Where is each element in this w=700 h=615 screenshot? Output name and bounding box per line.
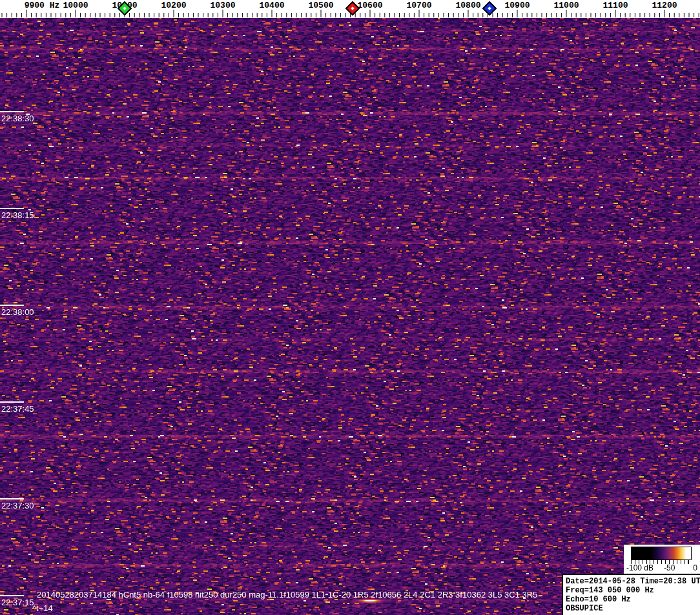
time-label: 22:37:45	[1, 404, 34, 414]
ruler-frequency-label: 10400	[259, 1, 284, 10]
time-cursor-label: ^t+14	[32, 603, 53, 613]
marker-center-dot	[488, 6, 491, 10]
ruler-frequency-label: 10200	[161, 1, 186, 10]
time-label: 22:38:00	[1, 307, 34, 317]
detection-log-text: 20140528203714184 hCnt5 nb-64 f10598 hit…	[37, 590, 537, 600]
ruler-frequency-label: 10600	[357, 1, 382, 10]
color-gradient-bar	[631, 547, 692, 560]
waterfall-display: 22:38:3022:38:1522:38:0022:37:4522:37:30…	[0, 18, 700, 615]
time-tick-line	[0, 111, 24, 112]
info-station: OBSUPICE	[566, 604, 700, 613]
time-tick-line	[0, 498, 24, 499]
ruler-frequency-label: 10000	[63, 1, 88, 10]
ruler-frequency-label: 11200	[652, 1, 677, 10]
legend-label-min: -100 dB	[626, 563, 654, 572]
time-label: 22:38:30	[1, 114, 34, 123]
legend-labels: -100 dB -50 0	[624, 563, 700, 574]
ruler-frequency-label: 11100	[602, 1, 628, 10]
time-label: 22:37:15	[1, 598, 34, 607]
ruler-frequency-label: 10300	[210, 1, 235, 10]
marker-center-dot	[351, 6, 355, 10]
info-date-time: Date=2014-05-28 Time=20:38 UTC	[566, 577, 700, 586]
marker-center-dot	[123, 6, 127, 10]
legend-label-mid: -50	[664, 563, 675, 572]
ruler-frequency-label: 10700	[406, 1, 431, 10]
color-scale-legend: -100 dB -50 0	[624, 545, 700, 574]
info-echo: Echo=10 600 Hz	[566, 595, 700, 604]
time-tick-line	[0, 401, 24, 403]
info-frequency: Freq=143 050 000 Hz	[566, 586, 700, 595]
ruler-frequency-label: 10900	[504, 1, 530, 10]
ruler-frequency-label: 10800	[455, 1, 480, 10]
observation-info-box: Date=2014-05-28 Time=20:38 UTC Freq=143 …	[562, 574, 700, 615]
time-label: 22:38:15	[1, 210, 34, 220]
spectrogram-app-window: 9900 Hz100001010010200103001040010500106…	[0, 0, 700, 615]
spectrogram-canvas[interactable]	[0, 18, 700, 615]
ruler-frequency-label: 10500	[308, 1, 333, 10]
time-tick-line	[0, 208, 24, 209]
time-label: 22:37:30	[1, 501, 34, 510]
frequency-ruler[interactable]: 9900 Hz100001010010200103001040010500106…	[0, 0, 700, 18]
time-tick-line	[0, 595, 24, 596]
ruler-frequency-label: 9900 Hz	[25, 1, 60, 10]
ruler-frequency-label: 11000	[553, 1, 579, 10]
time-tick-line	[0, 305, 24, 306]
legend-label-max: 0	[693, 563, 697, 572]
